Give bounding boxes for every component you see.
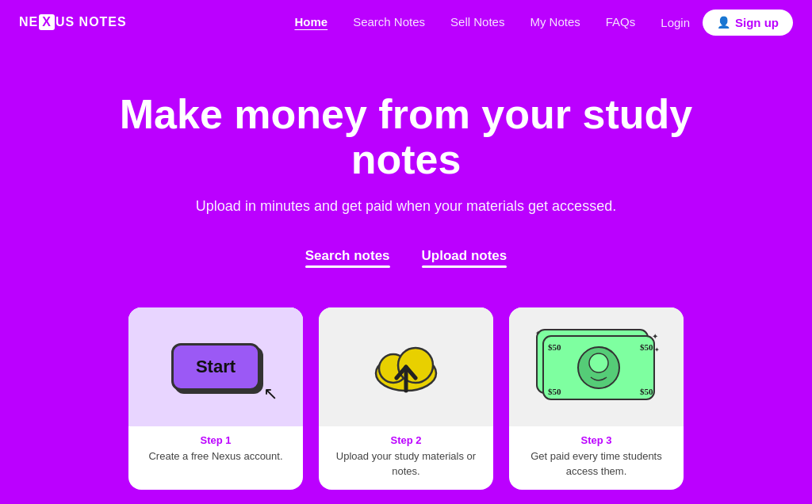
step-1-description: Create a free Nexus account.	[140, 449, 292, 464]
signup-button[interactable]: 👤 Sign up	[703, 10, 793, 36]
start-button-illus: Start	[171, 343, 260, 391]
svg-text:✦: ✦	[652, 332, 658, 341]
hero-subheading: Upload in minutes and get paid when your…	[168, 198, 644, 215]
cloud-upload-svg	[366, 327, 446, 407]
nav-item-mynotes[interactable]: My Notes	[530, 15, 580, 29]
svg-point-7	[589, 353, 608, 372]
logo-text-us: US NOTES	[56, 15, 127, 29]
user-icon: 👤	[717, 16, 730, 29]
step-3-description: Get paid every time students access them…	[520, 449, 672, 478]
step-2-illustration	[319, 307, 493, 426]
step-3-info: Step 3 Get paid every time students acce…	[509, 426, 684, 489]
svg-text:$50: $50	[548, 387, 561, 396]
nav-link-faqs[interactable]: FAQs	[606, 15, 636, 29]
svg-text:$50: $50	[640, 387, 653, 396]
nav-link-search[interactable]: Search Notes	[353, 15, 425, 29]
login-link[interactable]: Login	[661, 16, 690, 29]
nav-item-search[interactable]: Search Notes	[353, 15, 425, 29]
upload-notes-button[interactable]: Upload notes	[406, 240, 523, 276]
step-2-card: Step 2 Upload your study materials or no…	[319, 307, 493, 489]
step-3-illustration: $50 $50 $50 $50 ✦ ✦ ✦	[509, 307, 684, 426]
cta-buttons: Search notes Upload notes	[16, 240, 796, 276]
navbar: NEXUS NOTES Home Search Notes Sell Notes…	[0, 0, 812, 44]
hero-heading: Make money from your study notes	[89, 92, 723, 182]
hero-section: Make money from your study notes Upload …	[0, 44, 812, 504]
steps-container: Start ↖ Step 1 Create a free Nexus accou…	[16, 307, 796, 504]
step-1-info: Step 1 Create a free Nexus account.	[128, 426, 303, 475]
cloud-upload-illus	[366, 327, 446, 407]
step-2-info: Step 2 Upload your study materials or no…	[319, 426, 493, 489]
nav-link-sell[interactable]: Sell Notes	[450, 15, 504, 29]
logo[interactable]: NEXUS NOTES	[19, 14, 127, 30]
nav-item-faqs[interactable]: FAQs	[606, 15, 636, 29]
step-3-label: Step 3	[520, 434, 672, 446]
money-svg: $50 $50 $50 $50 ✦ ✦ ✦	[529, 323, 664, 410]
step-1-illustration: Start ↖	[128, 307, 303, 426]
step-2-description: Upload your study materials or notes.	[330, 449, 482, 478]
signup-label: Sign up	[735, 16, 779, 29]
step-1-card: Start ↖ Step 1 Create a free Nexus accou…	[128, 307, 303, 489]
nav-links: Home Search Notes Sell Notes My Notes FA…	[294, 15, 635, 29]
nav-link-home[interactable]: Home	[294, 15, 327, 29]
svg-text:$50: $50	[548, 342, 561, 352]
nav-item-home[interactable]: Home	[294, 15, 327, 29]
logo-text-ne: NE	[19, 15, 38, 29]
cursor-icon: ↖	[263, 384, 278, 404]
nav-link-mynotes[interactable]: My Notes	[530, 15, 580, 29]
step-3-card: $50 $50 $50 $50 ✦ ✦ ✦ Step 3 Get paid ev…	[509, 307, 684, 489]
search-notes-button[interactable]: Search notes	[289, 240, 406, 276]
logo-x: X	[39, 14, 55, 30]
nav-item-sell[interactable]: Sell Notes	[450, 15, 504, 29]
svg-text:✦: ✦	[535, 330, 541, 337]
step-1-label: Step 1	[140, 434, 292, 446]
svg-text:✦: ✦	[654, 346, 660, 353]
svg-text:$50: $50	[640, 342, 653, 352]
nav-auth: Login 👤 Sign up	[661, 10, 793, 36]
step-2-label: Step 2	[330, 434, 482, 446]
